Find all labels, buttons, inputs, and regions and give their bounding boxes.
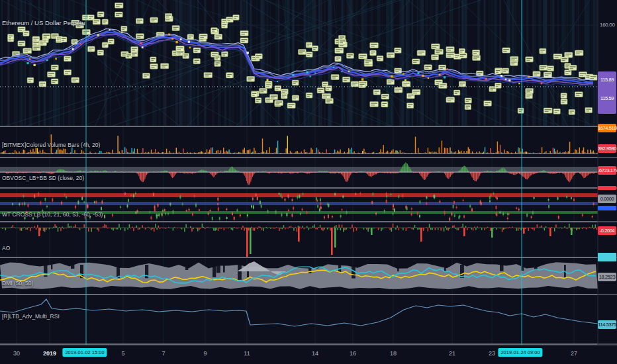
time-badge: 2019-01-24 09:00 bbox=[498, 348, 542, 357]
time-tick-label: 23 bbox=[489, 350, 495, 357]
time-tick-label: 7 bbox=[162, 350, 165, 357]
time-tick-label: 5 bbox=[121, 350, 124, 357]
time-tick-label: 16 bbox=[350, 350, 356, 357]
indicator-level-strip bbox=[598, 253, 616, 261]
indicator-value-badge: 0.0000 bbox=[598, 195, 616, 203]
trading-chart-window: Ethereum / US Dollar Perpetu [BITMEX]Col… bbox=[0, 0, 617, 364]
indicator-level-strip bbox=[598, 206, 616, 210]
indicator-level-strip bbox=[598, 186, 616, 190]
indicator-value-badge: 114.5375 bbox=[598, 320, 616, 329]
price-label: 115.59 bbox=[598, 95, 616, 101]
indicator-value-badge: 1674.5186 bbox=[598, 124, 616, 132]
price-label: 115.89 bbox=[598, 77, 616, 83]
time-tick-label: 21 bbox=[449, 350, 455, 357]
last-price-labels: 115.89115.59 bbox=[598, 71, 616, 114]
time-tick-label: 14 bbox=[312, 350, 318, 357]
time-tick-label: 18 bbox=[390, 350, 397, 357]
time-tick-label: 27 bbox=[571, 350, 577, 357]
indicator-value-badge: 392.9590 bbox=[598, 144, 616, 153]
indicator-value-badge: -0.2004 bbox=[598, 226, 616, 235]
time-tick-label: 9 bbox=[203, 350, 207, 357]
time-axis[interactable]: 302019579111416182123272019-01-02 15:002… bbox=[0, 345, 617, 364]
price-level-label: 160.00 bbox=[600, 22, 615, 28]
indicator-value-badge: 18.2523 bbox=[598, 273, 616, 281]
indicator-value-badge: -6723.1794 bbox=[598, 166, 616, 175]
time-badge: 2019-01-02 15:00 bbox=[62, 348, 107, 357]
chart-canvas[interactable] bbox=[0, 0, 617, 345]
time-tick-label: 30 bbox=[13, 350, 20, 357]
time-tick-label: 2019 bbox=[43, 350, 56, 357]
time-tick-label: 11 bbox=[244, 350, 250, 357]
